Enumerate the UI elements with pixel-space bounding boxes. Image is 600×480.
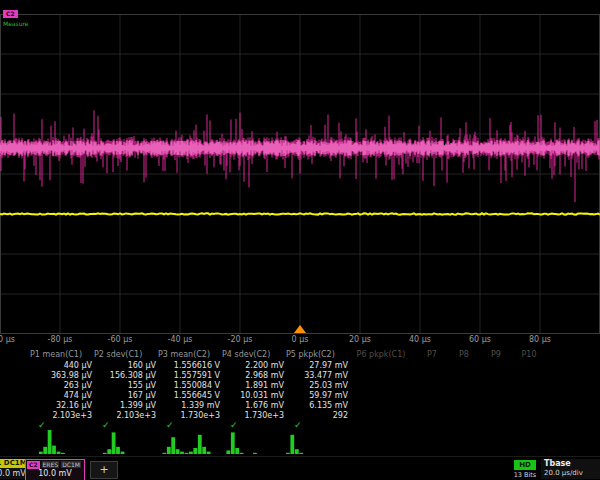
measurement-header[interactable]: P3 mean(C2) <box>158 350 220 359</box>
time-axis-label: 0 µs <box>292 335 309 344</box>
measurement-value: 156.308 µV <box>94 371 156 380</box>
c2-coupling-tag: DC1M <box>61 461 81 468</box>
histicon-bar <box>295 449 299 454</box>
measurement-value: 1.556645 V <box>158 391 220 400</box>
histicon-bar <box>107 449 111 454</box>
histicon-bar <box>189 452 193 454</box>
measurement-header[interactable]: P1 mean(C1) <box>30 350 92 359</box>
measurement-value: 474 µV <box>30 391 92 400</box>
measurement-header[interactable]: P10 <box>514 350 544 359</box>
histicon-bar <box>116 447 120 454</box>
time-axis-label: -80 µs <box>48 335 73 344</box>
histicon[interactable] <box>30 428 92 454</box>
histicon[interactable] <box>286 428 348 454</box>
c2-volts-per-div: 10.0 mV <box>26 469 84 479</box>
time-axis-label: 20 µs <box>349 335 371 344</box>
measurement-value: 440 µV <box>30 361 92 370</box>
histicon-bar <box>202 447 206 454</box>
time-axis: -100 µs-80 µs-60 µs-40 µs-20 µs0 µs20 µs… <box>0 335 600 347</box>
measurement-header[interactable]: P6 pkpk(C1) <box>350 350 412 359</box>
histicon-bar <box>286 453 290 454</box>
histicon-bar <box>52 446 56 454</box>
histicon-bar <box>103 453 107 454</box>
time-axis-label: 80 µs <box>529 335 551 344</box>
measurement-value: 167 µV <box>94 391 156 400</box>
measurement-header[interactable]: P2 sdev(C1) <box>94 350 156 359</box>
histicon-bar <box>226 450 230 454</box>
histicon-bar <box>48 430 52 454</box>
measurement-value: 6.135 mV <box>286 401 348 410</box>
measurement-value: 27.97 mV <box>286 361 348 370</box>
waveform-display[interactable] <box>0 14 600 334</box>
c2-title-row: C2 ERES DC1M <box>26 460 84 469</box>
time-axis-label: 60 µs <box>469 335 491 344</box>
histicon[interactable] <box>94 428 156 454</box>
channel-descriptor-c2[interactable]: C2 ERES DC1M 10.0 mV <box>25 459 85 480</box>
measurement-value: 2.103e+3 <box>94 411 156 420</box>
histicon-bar <box>290 435 294 454</box>
histicon-bar <box>198 435 202 454</box>
measurement-value: 1.399 µV <box>94 401 156 410</box>
histicon-bar <box>112 432 116 454</box>
histicon-bar <box>162 453 166 454</box>
measurement-value: 155 µV <box>94 381 156 390</box>
measurement-table: P1 mean(C1)P2 sdev(C1)P3 mean(C2)P4 sdev… <box>0 348 600 428</box>
histicon-bar <box>235 448 239 454</box>
measurement-value: 363.98 µV <box>30 371 92 380</box>
measurement-value: 292 <box>286 411 348 420</box>
measurement-value: 1.557591 V <box>158 371 220 380</box>
overlay-note: Measure <box>3 21 29 27</box>
histicon-bar <box>240 453 244 454</box>
histicon-bar <box>180 452 184 454</box>
channel-badge[interactable]: C2 <box>3 10 18 18</box>
add-trace-button[interactable]: + <box>90 461 118 479</box>
descriptor-bar: C1 DC1M 10.0 mV C2 ERES DC1M 10.0 mV + H… <box>0 456 600 480</box>
histicon-bar <box>176 449 180 454</box>
measurement-header[interactable]: P9 <box>482 350 510 359</box>
measurement-value: 263 µV <box>30 381 92 390</box>
hd-bits-label: 13 Bits <box>506 471 544 479</box>
histicon-bar <box>61 453 65 454</box>
histicon-row <box>0 428 600 455</box>
measurement-value: 2.200 mV <box>222 361 284 370</box>
histicon-bar <box>39 452 43 454</box>
measurement-header[interactable]: P7 <box>418 350 446 359</box>
measurement-value: 1.730e+3 <box>222 411 284 420</box>
measurement-value: 2.968 mV <box>222 371 284 380</box>
top-overlay: C2 Measure <box>3 1 29 27</box>
histicon-bar <box>185 453 189 454</box>
histicon[interactable] <box>222 428 284 454</box>
measurement-value: 59.97 mV <box>286 391 348 400</box>
measurement-header[interactable]: P8 <box>450 350 478 359</box>
timebase-descriptor[interactable]: Tbase 20.0 µs/div <box>541 459 600 479</box>
measurement-value: 1.730e+3 <box>158 411 220 420</box>
histicon-bar <box>167 447 171 454</box>
measurement-value: 2.103e+3 <box>30 411 92 420</box>
time-axis-label: 40 µs <box>409 335 431 344</box>
histicon[interactable] <box>158 428 220 454</box>
tbase-value: 20.0 µs/div <box>541 469 600 478</box>
hd-mode-badge[interactable]: HD <box>514 460 536 470</box>
time-axis-label: -40 µs <box>168 335 193 344</box>
histicon-bar <box>57 452 61 454</box>
histicon-bar <box>207 452 211 454</box>
oscilloscope-screen: C2 Measure -100 µs-80 µs-60 µs-40 µs-20 … <box>0 0 600 480</box>
histicon-bar <box>43 447 47 454</box>
histicon-bar <box>121 452 125 454</box>
measurement-header[interactable]: P4 sdev(C2) <box>222 350 284 359</box>
measurement-value: 32.16 µV <box>30 401 92 410</box>
tbase-label: Tbase <box>541 459 600 469</box>
histicon-bar <box>231 432 235 454</box>
measurement-value: 1.891 mV <box>222 381 284 390</box>
measurement-value: 25.03 mV <box>286 381 348 390</box>
histicon-bar <box>299 453 303 454</box>
c2-label: C2 <box>27 461 40 469</box>
measurement-header[interactable]: P5 pkpk(C2) <box>286 350 348 359</box>
trigger-time-marker[interactable] <box>294 325 306 333</box>
measurement-value: 10.031 mV <box>222 391 284 400</box>
measurement-value: 1.676 mV <box>222 401 284 410</box>
histicon-bar <box>253 453 257 454</box>
time-axis-label: -60 µs <box>108 335 133 344</box>
histicon-bar <box>193 448 197 454</box>
measurement-value: 1.339 mV <box>158 401 220 410</box>
